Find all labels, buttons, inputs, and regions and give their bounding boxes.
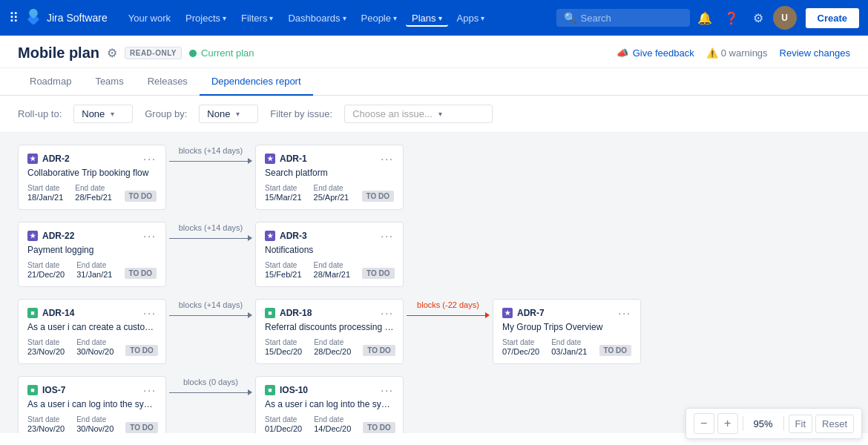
adr18-more-button[interactable]: ··· [381, 307, 394, 319]
adr7-more-button[interactable]: ··· [618, 307, 631, 319]
dep-card-adr22: ★ ADR-22 ··· Payment logging Start date … [18, 222, 166, 287]
give-feedback-button[interactable]: 📣 Give feedback [617, 47, 694, 59]
zoom-level: 95% [748, 418, 779, 429]
adr2-more-button[interactable]: ··· [143, 153, 157, 165]
groupby-select[interactable]: None ▾ [199, 105, 258, 123]
adr7-title: My Group Trips Overview [502, 322, 631, 332]
adr14-id: ADR-14 [42, 308, 74, 318]
search-icon: 🔍 [564, 12, 576, 24]
filterby-select[interactable]: Choose an issue... ▾ [344, 105, 493, 123]
rollup-select[interactable]: None ▾ [73, 105, 133, 123]
ios10-more-button[interactable]: ··· [381, 384, 394, 396]
zoom-in-button[interactable]: + [717, 413, 738, 433]
projects-chevron-icon: ▾ [223, 14, 226, 22]
nav-dashboards[interactable]: Dashboards ▾ [282, 10, 352, 27]
adr18-status: TO DO [363, 345, 395, 356]
adr2-type-icon: ★ [27, 154, 38, 164]
nav-filters[interactable]: Filters ▾ [235, 10, 279, 27]
readonly-badge: READ-ONLY [125, 47, 182, 59]
adr18-end-date: 28/Dec/20 [314, 347, 351, 356]
adr14-title: As a user i can create a custom user acc… [27, 322, 157, 332]
people-chevron-icon: ▾ [393, 14, 397, 22]
connector-3a: blocks (+14 days) [166, 299, 255, 318]
zoom-out-button[interactable]: − [694, 413, 714, 433]
ios7-id: IOS-7 [42, 385, 65, 395]
ios10-title: As a user i can log into the system via … [265, 399, 394, 409]
feedback-icon: 📣 [617, 47, 628, 59]
adr1-status: TO DO [362, 191, 394, 202]
adr7-type-icon: ★ [502, 308, 513, 318]
ios10-status: TO DO [363, 422, 395, 433]
adr1-more-button[interactable]: ··· [381, 153, 394, 165]
zoom-reset-button[interactable]: Reset [815, 415, 854, 433]
nav-your-work[interactable]: Your work [122, 10, 177, 27]
adr3-more-button[interactable]: ··· [381, 230, 394, 242]
tab-dependencies-report[interactable]: Dependencies report [200, 68, 313, 96]
adr22-start-date: 21/Dec/20 [27, 270, 65, 279]
adr1-title: Search platform [265, 168, 394, 178]
page-settings-icon[interactable]: ⚙ [107, 46, 117, 60]
dep-card-adr7: ★ ADR-7 ··· My Group Trips Overview Star… [493, 299, 641, 364]
adr22-end-date: 31/Jan/21 [76, 270, 112, 279]
ios7-more-button[interactable]: ··· [143, 384, 157, 396]
dependency-row-2: ★ ADR-22 ··· Payment logging Start date … [18, 222, 850, 287]
adr1-type-icon: ★ [265, 154, 275, 164]
main-content: ★ ADR-2 ··· Collaborative Trip booking f… [0, 133, 868, 433]
nav-people[interactable]: People ▾ [355, 10, 403, 27]
logo-text: Jira Software [47, 12, 108, 24]
tab-bar: Roadmap Teams Releases Dependencies repo… [0, 68, 868, 96]
avatar[interactable]: U [773, 6, 797, 30]
connector-3b-label: blocks (-22 days) [412, 299, 484, 311]
filterby-chevron-icon: ▾ [438, 110, 442, 118]
adr2-id: ADR-2 [42, 154, 70, 164]
tab-releases[interactable]: Releases [136, 68, 200, 96]
logo[interactable]: Jira Software [24, 9, 108, 27]
current-plan-dot [189, 50, 197, 57]
filter-bar: Roll-up to: None ▾ Group by: None ▾ Filt… [0, 96, 868, 133]
groupby-label: Group by: [145, 108, 187, 119]
dashboards-chevron-icon: ▾ [343, 14, 346, 22]
ios7-title: As a user i can log into the system via … [27, 399, 157, 409]
notifications-icon[interactable]: 🔔 [693, 6, 717, 30]
adr22-more-button[interactable]: ··· [143, 230, 157, 242]
connector-2: blocks (+14 days) [166, 222, 255, 241]
adr3-start-date: 15/Feb/21 [265, 270, 302, 279]
adr2-end-date: 28/Feb/21 [75, 193, 112, 202]
adr14-start-date: 23/Nov/20 [27, 347, 65, 356]
connector-4: blocks (0 days) [166, 376, 255, 395]
adr14-more-button[interactable]: ··· [143, 307, 157, 319]
help-icon[interactable]: ❓ [720, 6, 743, 30]
adr22-status: TO DO [125, 268, 157, 279]
adr2-start-label: Start date [27, 184, 63, 192]
apps-grid-icon[interactable]: ⠿ [9, 10, 19, 26]
connector-4-label: blocks (0 days) [179, 376, 243, 388]
search-input[interactable] [581, 13, 670, 24]
ios7-end-date: 30/Nov/20 [76, 424, 114, 433]
adr22-title: Payment logging [27, 245, 157, 255]
adr1-end-date: 25/Apr/21 [314, 193, 349, 202]
adr7-start-date: 07/Dec/20 [502, 347, 539, 356]
dependency-row-1: ★ ADR-2 ··· Collaborative Trip booking f… [18, 145, 850, 210]
warnings-button[interactable]: ⚠️ 0 warnings [706, 47, 768, 59]
dep-card-adr14: ■ ADR-14 ··· As a user i can create a cu… [18, 299, 166, 364]
create-button[interactable]: Create [806, 8, 859, 28]
review-changes-button[interactable]: Review changes [780, 47, 850, 59]
tab-roadmap[interactable]: Roadmap [18, 68, 83, 96]
rollup-label: Roll-up to: [18, 108, 62, 119]
page-title: Mobile plan [18, 44, 99, 62]
tab-teams[interactable]: Teams [83, 68, 135, 96]
adr1-start-date: 15/Mar/21 [265, 193, 302, 202]
ios7-start-date: 23/Nov/20 [27, 424, 65, 433]
adr1-id: ADR-1 [280, 154, 307, 164]
adr3-status: TO DO [362, 268, 394, 279]
nav-apps[interactable]: Apps ▾ [451, 10, 491, 27]
ios10-end-date: 14/Dec/20 [314, 424, 351, 433]
nav-plans[interactable]: Plans ▾ [406, 10, 448, 27]
settings-icon[interactable]: ⚙ [746, 6, 770, 30]
adr14-end-date: 30/Nov/20 [76, 347, 114, 356]
adr18-start-date: 15/Dec/20 [265, 347, 302, 356]
zoom-fit-button[interactable]: Fit [789, 415, 812, 433]
filters-chevron-icon: ▾ [269, 14, 273, 22]
search-bar[interactable]: 🔍 [556, 9, 690, 27]
nav-projects[interactable]: Projects ▾ [180, 10, 232, 27]
